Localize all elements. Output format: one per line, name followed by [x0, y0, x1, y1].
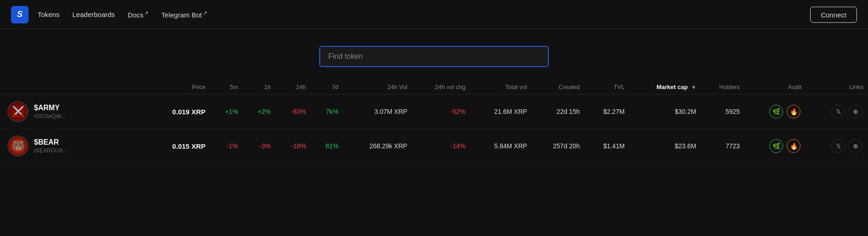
holders-army: 5925	[701, 95, 744, 129]
col-header-created: Created	[532, 80, 585, 95]
token-table-wrap: Price 5m 1h 24h 7d 24h Vol 24h vol chg T…	[0, 80, 868, 173]
nav-telegram-bot[interactable]: Telegram Bot↗	[161, 10, 207, 19]
external-link-icon: ↗	[144, 10, 148, 16]
tvl-bear: $1.41M	[584, 129, 629, 163]
vol24-bear: 268.29k XRP	[343, 129, 412, 163]
logo[interactable]: S	[11, 6, 28, 23]
links-cell-army: 𝕏 ⊕	[806, 95, 868, 129]
nav-tokens[interactable]: Tokens	[38, 11, 60, 18]
col-header-marketcap[interactable]: Market cap ▼	[629, 80, 701, 95]
col-header-links: Links	[806, 80, 868, 95]
token-avatar-army: ⚔️	[7, 101, 28, 122]
main-nav: Tokens Leaderboards Docs↗ Telegram Bot↗	[38, 10, 207, 19]
connect-button[interactable]: Connect	[810, 6, 857, 22]
vol24chg-army: -52%	[412, 95, 470, 129]
totalvol-bear: 5.84M XRP	[470, 129, 532, 163]
external-link-icon: ↗	[203, 10, 207, 16]
nav-leaderboards[interactable]: Leaderboards	[73, 11, 115, 18]
col-header-1h: 1h	[243, 80, 276, 95]
search-input[interactable]	[319, 46, 549, 67]
col-header-tvl: TVL	[584, 80, 629, 95]
sort-arrow-icon: ▼	[691, 84, 696, 90]
totalvol-army: 21.6M XRP	[470, 95, 532, 129]
token-cell-bear: 🐻 $BEAR rBEARGUA...	[0, 129, 148, 163]
created-army: 22d 15h	[532, 95, 585, 129]
table-header-row: Price 5m 1h 24h 7d 24h Vol 24h vol chg T…	[0, 80, 868, 95]
col-header-price: Price	[148, 80, 210, 95]
7d-bear: 81%	[311, 129, 343, 163]
website-icon-army[interactable]: ⊕	[849, 105, 862, 118]
token-avatar-bear: 🐻	[7, 135, 28, 157]
7d-army: 7k%	[311, 95, 343, 129]
token-cell-army: ⚔️ $ARMY rGG3wQ4k...	[0, 95, 148, 129]
table-row[interactable]: ⚔️ $ARMY rGG3wQ4k... 0.019 XRP +1% +2% -…	[0, 95, 868, 129]
col-header-audit: Audit	[744, 80, 806, 95]
header: S Tokens Leaderboards Docs↗ Telegram Bot…	[0, 0, 868, 29]
links-cell-bear: 𝕏 ⊕	[806, 129, 868, 163]
col-header-token	[0, 80, 148, 95]
website-icon-bear[interactable]: ⊕	[849, 139, 862, 153]
twitter-icon-bear[interactable]: 𝕏	[831, 139, 845, 153]
col-header-holders: Holders	[701, 80, 744, 95]
holders-bear: 7723	[701, 129, 744, 163]
24h-bear: -10%	[275, 129, 310, 163]
5m-army: +1%	[210, 95, 243, 129]
marketcap-army: $30.2M	[629, 95, 701, 129]
col-header-24hvolchg: 24h vol chg	[412, 80, 470, 95]
audit-icons-army: 🌿 🔥	[744, 95, 806, 129]
audit-fire-icon-bear[interactable]: 🔥	[787, 139, 800, 153]
twitter-icon-army[interactable]: 𝕏	[831, 105, 845, 118]
price-bear: 0.015 XRP	[148, 129, 210, 163]
col-header-5m: 5m	[210, 80, 243, 95]
col-header-24hvol: 24h Vol	[343, 80, 412, 95]
col-header-totalvol: Total vol	[470, 80, 532, 95]
nav-docs[interactable]: Docs↗	[128, 10, 148, 19]
search-area	[0, 29, 868, 80]
token-address-bear: rBEARGUA...	[34, 147, 68, 154]
audit-green-icon-army[interactable]: 🌿	[769, 105, 783, 118]
token-address-army: rGG3wQ4k...	[34, 113, 66, 119]
audit-fire-icon-army[interactable]: 🔥	[787, 105, 800, 118]
price-army: 0.019 XRP	[148, 95, 210, 129]
logo-icon: S	[17, 10, 23, 19]
token-name-army: $ARMY	[34, 104, 66, 112]
token-table: Price 5m 1h 24h 7d 24h Vol 24h vol chg T…	[0, 80, 868, 163]
col-header-7d: 7d	[311, 80, 343, 95]
5m-bear: -1%	[210, 129, 243, 163]
token-name-bear: $BEAR	[34, 138, 68, 146]
marketcap-bear: $23.6M	[629, 129, 701, 163]
1h-army: +2%	[243, 95, 276, 129]
24h-army: -63%	[275, 95, 310, 129]
audit-green-icon-bear[interactable]: 🌿	[769, 139, 783, 153]
created-bear: 257d 20h	[532, 129, 585, 163]
audit-icons-bear: 🌿 🔥	[744, 129, 806, 163]
1h-bear: -3%	[243, 129, 276, 163]
vol24-army: 3.07M XRP	[343, 95, 412, 129]
col-header-24h: 24h	[275, 80, 310, 95]
table-row[interactable]: 🐻 $BEAR rBEARGUA... 0.015 XRP -1% -3% -1…	[0, 129, 868, 163]
vol24chg-bear: -14%	[412, 129, 470, 163]
tvl-army: $2.27M	[584, 95, 629, 129]
